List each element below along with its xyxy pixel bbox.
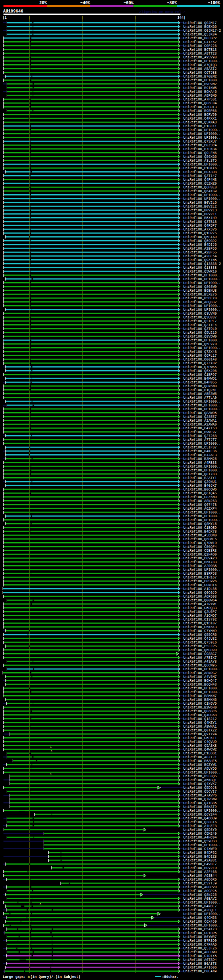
svg-text:UniRef100_A9UYD6: UniRef100_A9UYD6 — [183, 767, 217, 771]
svg-text:UniRef100_Q6Y244: UniRef100_Q6Y244 — [183, 813, 217, 817]
svg-text:UniRef100_Q9Z1N5: UniRef100_Q9Z1N5 — [183, 258, 217, 262]
svg-text:UniRef100_B9IKW5: UniRef100_B9IKW5 — [183, 86, 217, 90]
svg-text:UniRef100_Q5U216: UniRef100_Q5U216 — [183, 331, 217, 335]
svg-text:UniRef100_A7AVP6: UniRef100_A7AVP6 — [183, 794, 217, 797]
svg-text:UniRef100_A8EUW0: UniRef100_A8EUW0 — [183, 950, 217, 954]
svg-text:UniRef100_UPI000..: UniRef100_UPI000.. — [183, 809, 221, 813]
svg-text:UniRef100_Q7ZX82: UniRef100_Q7ZX82 — [183, 361, 217, 365]
svg-text:UniRef100_O13792: UniRef100_O13792 — [183, 618, 217, 622]
svg-text:UniRef100_Q7SXU7: UniRef100_Q7SXU7 — [183, 140, 217, 143]
svg-text:UniRef100_A5DDN0: UniRef100_A5DDN0 — [183, 534, 217, 538]
svg-text:UniRef100_Q4YB85: UniRef100_Q4YB85 — [183, 801, 217, 805]
svg-text:UniRef100_Q5KNA3: UniRef100_Q5KNA3 — [183, 121, 217, 124]
svg-text:UniRef100_Q38CI6: UniRef100_Q38CI6 — [183, 821, 217, 824]
svg-text:UniRef100_B5XE76: UniRef100_B5XE76 — [183, 293, 217, 296]
svg-text:UniRef100_C7YMN9: UniRef100_C7YMN9 — [183, 629, 217, 633]
svg-text:UniRef100_C0EAN9: UniRef100_C0EAN9 — [183, 970, 217, 974]
svg-text:UniRef100_A7P5S1: UniRef100_A7P5S1 — [183, 98, 217, 102]
svg-text:UniRef100_A7EIX7: UniRef100_A7EIX7 — [183, 656, 217, 660]
svg-text:UniRef100_B9HA46: UniRef100_B9HA46 — [183, 90, 217, 94]
svg-text:UniRef100_B0V2L1: UniRef100_B0V2L1 — [183, 212, 217, 216]
svg-text:UniRef100_Q1DI07: UniRef100_Q1DI07 — [183, 622, 217, 625]
svg-text:UniRef100_B9ZYW1: UniRef100_B9ZYW1 — [183, 763, 217, 767]
svg-text:UniRef100_A2SQE1: UniRef100_A2SQE1 — [183, 908, 217, 912]
svg-text:UniRef100_Q8N5M0: UniRef100_Q8N5M0 — [183, 385, 217, 388]
svg-text:UniRef100_B0V2L2: UniRef100_B0V2L2 — [183, 205, 217, 208]
svg-text:UniRef100_B9WF97: UniRef100_B9WF97 — [183, 430, 217, 434]
svg-text:UniRef100_A0CPJ5: UniRef100_A0CPJ5 — [183, 889, 217, 893]
svg-text:UniRef100_Q6P8E8: UniRef100_Q6P8E8 — [183, 186, 217, 189]
svg-text:UniRef100_UPI000..: UniRef100_UPI000.. — [183, 193, 221, 197]
svg-text:UniRef100_B7FKB4: UniRef100_B7FKB4 — [183, 147, 217, 151]
svg-text:~100%: ~100% — [208, 1, 221, 6]
svg-text:UniRef100_B6TE13: UniRef100_B6TE13 — [183, 48, 217, 52]
svg-text:UniRef100_UPI000..: UniRef100_UPI000.. — [183, 912, 221, 916]
svg-text:UniRef100_A5E3W5: UniRef100_A5E3W5 — [183, 392, 217, 396]
svg-text:UniRef100_UPI000..: UniRef100_UPI000.. — [183, 404, 221, 407]
svg-text:UniRef100_B4DP52: UniRef100_B4DP52 — [183, 851, 217, 855]
svg-text:UniRef100_B4GJK7: UniRef100_B4GJK7 — [183, 484, 217, 488]
svg-text:UniRef100_Q13838-2: UniRef100_Q13838-2 — [183, 262, 221, 266]
svg-text:UniRef100_C0Z3C4: UniRef100_C0Z3C4 — [183, 143, 217, 147]
svg-text:UniRef100_C4V8F7: UniRef100_C4V8F7 — [183, 862, 217, 866]
svg-text:UniRef100_Q8NJ25: UniRef100_Q8NJ25 — [183, 893, 217, 897]
svg-text:UniRef100_C1BQE9: UniRef100_C1BQE9 — [183, 526, 217, 530]
svg-text:UniRef100_Q59G92: UniRef100_Q59G92 — [183, 239, 217, 243]
svg-text:UniRef100_UPI000..: UniRef100_UPI000.. — [183, 59, 221, 63]
svg-text:20%: 20% — [39, 1, 47, 6]
svg-text:UniRef100_B6HQ47: UniRef100_B6HQ47 — [183, 679, 217, 683]
svg-text:AlignView.pm Beta rel.7: AlignView.pm Beta rel.7 — [140, 10, 185, 14]
svg-text:UniRef100_A4V6M7: UniRef100_A4V6M7 — [183, 675, 217, 679]
svg-text:UniRef100_C5DQ33: UniRef100_C5DQ33 — [183, 606, 217, 610]
svg-text:UniRef100_UPI000..: UniRef100_UPI000.. — [183, 197, 221, 201]
svg-text:UniRef100_B9ENU8: UniRef100_B9ENU8 — [183, 289, 217, 293]
svg-text:|1: |1 — [2, 16, 6, 20]
svg-text:UniRef100_C5LLR5: UniRef100_C5LLR5 — [183, 644, 217, 648]
svg-text:UniRef100_A2R0B5: UniRef100_A2R0B5 — [183, 564, 217, 568]
svg-text:UniRef100_Q5CVI7: UniRef100_Q5CVI7 — [183, 790, 217, 794]
svg-text:UniRef100_A2AB31: UniRef100_A2AB31 — [183, 859, 217, 862]
svg-text:UniRef100_C4XWF0: UniRef100_C4XWF0 — [183, 847, 217, 851]
svg-text:UniRef100_Q59US3: UniRef100_Q59US3 — [183, 840, 217, 843]
svg-text:UniRef100_Q9LFN6: UniRef100_Q9LFN6 — [183, 151, 217, 155]
svg-text:UniRef100_C7R4A6: UniRef100_C7R4A6 — [183, 943, 217, 947]
svg-text:UniRef100_B6YWR7: UniRef100_B6YWR7 — [183, 935, 217, 939]
svg-text:UniRef100_B6AHF5: UniRef100_B6AHF5 — [183, 759, 217, 763]
svg-text:344|: 344| — [177, 16, 186, 20]
svg-text:UniRef100_C5GQF4: UniRef100_C5GQF4 — [183, 545, 217, 549]
svg-text:UniRef100_A9SV98: UniRef100_A9SV98 — [183, 56, 217, 59]
svg-text:UniRef100_B4KF36: UniRef100_B4KF36 — [183, 450, 217, 453]
svg-text:UniRef100_A5AZI2: UniRef100_A5AZI2 — [183, 67, 217, 71]
svg-text:UniRef100_B0A8T3: UniRef100_B0A8T3 — [183, 962, 217, 966]
svg-text:UniRef100_B9EXG6: UniRef100_B9EXG6 — [183, 25, 217, 29]
svg-text:UniRef100_A4HZF8: UniRef100_A4HZF8 — [183, 824, 217, 828]
svg-text:UniRef100_C1BKX6: UniRef100_C1BKX6 — [183, 167, 217, 170]
svg-text:UniRef100_UPI000..: UniRef100_UPI000.. — [183, 132, 221, 136]
svg-text:UniRef100_B3RP53: UniRef100_B3RP53 — [183, 572, 217, 576]
svg-text:UniRef100_UPI000..: UniRef100_UPI000.. — [183, 274, 221, 277]
svg-text:Large gaps:: Large gaps: — [3, 975, 26, 979]
svg-text:UniRef100_Q5ZHZ0: UniRef100_Q5ZHZ0 — [183, 182, 217, 186]
svg-text:UniRef100_B8MKN6: UniRef100_B8MKN6 — [183, 698, 217, 702]
svg-text:UniRef100_UPI000..: UniRef100_UPI000.. — [183, 277, 221, 281]
svg-text:UniRef100_UPI000..: UniRef100_UPI000.. — [183, 469, 221, 473]
svg-text:UniRef100_B5DFY0: UniRef100_B5DFY0 — [183, 296, 217, 301]
svg-text:UniRef100_Q5ASK8: UniRef100_Q5ASK8 — [183, 744, 217, 748]
svg-text:UniRef100_B2W6H0: UniRef100_B2W6H0 — [183, 706, 217, 710]
svg-text:UniRef100_C5E3R3: UniRef100_C5E3R3 — [183, 549, 217, 553]
svg-text:UniRef100_A4HC04: UniRef100_A4HC04 — [183, 836, 217, 840]
svg-text:UniRef100_A2F468: UniRef100_A2F468 — [183, 870, 217, 874]
svg-text:UniRef100_A7TLA0: UniRef100_A7TLA0 — [183, 396, 217, 400]
svg-text:UniRef100_B2ATY1: UniRef100_B2ATY1 — [183, 476, 217, 480]
svg-text:UniRef100_Q7ZX48: UniRef100_Q7ZX48 — [183, 350, 217, 354]
svg-text:UniRef100_B3GUT3: UniRef100_B3GUT3 — [183, 105, 217, 109]
svg-text:UniRef100_A5KBQ1: UniRef100_A5KBQ1 — [183, 778, 217, 782]
svg-text:UniRef100_B0V2L3: UniRef100_B0V2L3 — [183, 208, 217, 212]
svg-text:UniRef100_UPI000..: UniRef100_UPI000.. — [183, 281, 221, 285]
svg-text:UniRef100_UPI000..: UniRef100_UPI000.. — [183, 308, 221, 312]
svg-text:UniRef100_C4YI53: UniRef100_C4YI53 — [183, 426, 217, 430]
svg-text:UniRef100_C5IFS7: UniRef100_C5IFS7 — [183, 445, 217, 450]
svg-text:UniRef100_B4MWD1: UniRef100_B4MWD1 — [183, 377, 217, 381]
svg-text:UniRef100_C4PXX1: UniRef100_C4PXX1 — [183, 117, 217, 121]
svg-text:UniRef100_Q4CM53: UniRef100_Q4CM53 — [183, 916, 217, 920]
